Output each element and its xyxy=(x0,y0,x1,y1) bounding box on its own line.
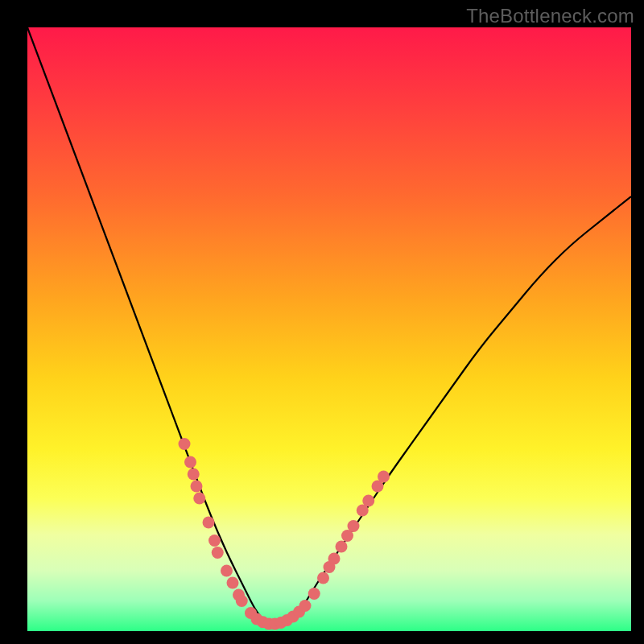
highlight-dot xyxy=(236,595,248,607)
bottleneck-curve xyxy=(27,27,631,625)
highlight-dot xyxy=(179,438,191,450)
curve-svg xyxy=(27,27,631,631)
highlight-dot xyxy=(378,471,390,483)
highlight-dot xyxy=(362,495,374,507)
highlight-dots xyxy=(179,438,390,630)
highlight-dot xyxy=(227,577,239,589)
watermark-text: TheBottleneck.com xyxy=(466,5,634,27)
highlight-dot xyxy=(299,600,312,612)
highlight-dot xyxy=(328,553,341,565)
highlight-dot xyxy=(203,517,215,529)
highlight-dot xyxy=(193,493,205,505)
chart-frame: TheBottleneck.com xyxy=(0,0,644,644)
highlight-dot xyxy=(184,456,196,469)
highlight-dot xyxy=(212,547,224,559)
highlight-dot xyxy=(308,588,320,600)
highlight-dot xyxy=(188,469,200,481)
highlight-dot xyxy=(336,541,348,553)
highlight-dot xyxy=(191,481,203,493)
highlight-dot xyxy=(221,565,233,577)
highlight-dot xyxy=(348,520,360,532)
highlight-dot xyxy=(208,535,221,547)
plot-area xyxy=(27,27,631,631)
highlight-dot xyxy=(317,572,329,584)
